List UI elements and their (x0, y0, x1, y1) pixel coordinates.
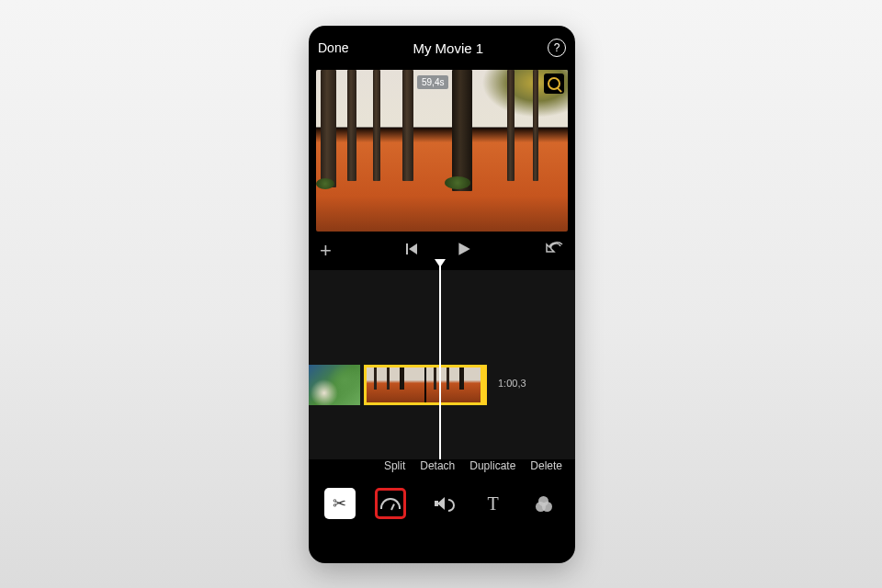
speaker-icon (435, 497, 449, 510)
detach-button[interactable]: Detach (420, 459, 455, 472)
done-button[interactable]: Done (318, 40, 348, 55)
clip-duration-label: 1:00,3 (498, 378, 526, 389)
play-icon (456, 241, 472, 257)
forest-scene-image (316, 70, 568, 232)
clip-thumb-b (426, 368, 484, 402)
clip-thumb-a (367, 368, 424, 402)
clip-time-badge: 59,4s (417, 75, 448, 89)
preview-viewer[interactable]: 59,4s (316, 70, 568, 232)
clip-action-row: Split Detach Duplicate Delete (309, 459, 575, 481)
tool-tabs: ✂ T (309, 481, 575, 531)
header-bar: Done My Movie 1 ? (309, 26, 575, 70)
scissors-icon: ✂ (333, 493, 346, 514)
play-button[interactable] (456, 241, 472, 261)
trim-handle-right[interactable] (481, 368, 487, 402)
filters-icon (536, 496, 552, 511)
filters-tool[interactable] (528, 488, 560, 519)
undo-icon (546, 242, 564, 256)
project-title[interactable]: My Movie 1 (413, 40, 483, 56)
trim-tool[interactable]: ✂ (324, 488, 356, 519)
titles-tool[interactable]: T (478, 488, 509, 519)
skip-back-icon (404, 242, 419, 256)
split-button[interactable]: Split (384, 459, 405, 472)
help-button[interactable]: ? (548, 39, 566, 57)
playhead[interactable] (439, 261, 441, 459)
speed-tool[interactable] (375, 488, 406, 519)
add-media-button[interactable]: + (320, 239, 332, 263)
video-track[interactable] (309, 364, 575, 406)
imovie-mobile-editor: Done My Movie 1 ? 59,4s + (309, 26, 575, 563)
volume-tool[interactable] (426, 488, 458, 519)
selected-clip[interactable] (364, 365, 487, 405)
duplicate-button[interactable]: Duplicate (469, 459, 515, 472)
clip-1-thumbnail[interactable] (309, 365, 360, 405)
timeline[interactable]: 1:00,3 (309, 270, 575, 459)
magnifier-icon (548, 77, 560, 90)
speedometer-icon (380, 498, 401, 509)
undo-button[interactable] (546, 242, 564, 260)
zoom-button[interactable] (544, 74, 564, 94)
skip-start-button[interactable] (404, 242, 419, 260)
text-icon: T (487, 493, 498, 514)
delete-button[interactable]: Delete (530, 459, 562, 472)
